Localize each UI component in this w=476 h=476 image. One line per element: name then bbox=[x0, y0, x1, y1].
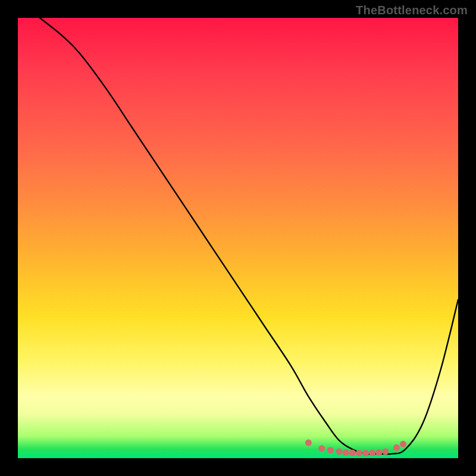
marker-dot bbox=[349, 450, 356, 456]
bottleneck-curve bbox=[40, 18, 458, 454]
chart-frame: TheBottleneck.com bbox=[0, 0, 476, 476]
marker-dot bbox=[362, 450, 369, 456]
marker-dot bbox=[375, 449, 382, 456]
marker-dot bbox=[327, 447, 334, 453]
marker-dot bbox=[356, 450, 362, 456]
watermark-text: TheBottleneck.com bbox=[356, 4, 468, 17]
marker-dot bbox=[343, 449, 349, 456]
marker-dot bbox=[400, 441, 406, 447]
marker-dot bbox=[393, 444, 400, 451]
marker-dot bbox=[382, 448, 389, 455]
bottleneck-curve-layer bbox=[18, 18, 458, 458]
marker-dot bbox=[305, 440, 312, 446]
marker-dot bbox=[318, 445, 325, 452]
marker-dot bbox=[336, 448, 343, 455]
marker-dot bbox=[369, 450, 375, 456]
